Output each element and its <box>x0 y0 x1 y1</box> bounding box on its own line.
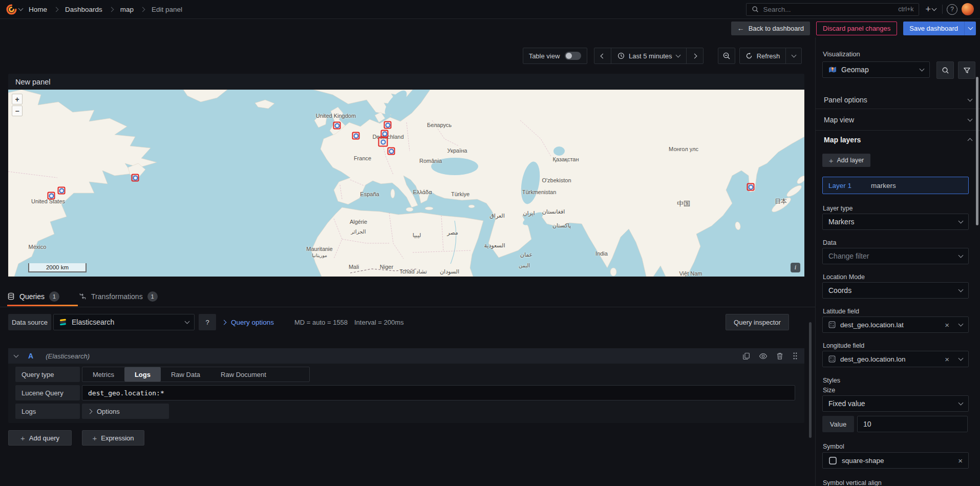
add-layer-button[interactable]: + Add layer <box>822 154 870 167</box>
map-country-label: ليبيا <box>413 232 421 239</box>
time-range-picker[interactable]: Last 5 minutes <box>611 48 686 64</box>
refresh-button[interactable]: Refresh <box>740 48 785 64</box>
symbol-select[interactable]: square-shape × <box>822 452 969 469</box>
add-query-button[interactable]: + Add query <box>8 430 72 446</box>
map-country-label: 日本 <box>775 197 787 206</box>
map-data-marker[interactable] <box>352 132 360 140</box>
back-to-dashboard-button[interactable]: ← Back to dashboard <box>731 22 810 35</box>
discard-panel-changes-button[interactable]: Discard panel changes <box>816 22 897 35</box>
size-value: Fixed value <box>828 399 865 408</box>
chevron-down-icon <box>958 322 964 327</box>
query-options-toggle[interactable]: Query options <box>222 314 274 330</box>
value-input[interactable]: 10 <box>857 416 968 432</box>
tab-queries[interactable]: Queries 1 <box>7 288 59 305</box>
map-zoom-in-button[interactable]: + <box>12 94 23 104</box>
logs-options-toggle[interactable]: Options <box>82 404 169 419</box>
query-type-option-logs[interactable]: Logs <box>124 367 161 382</box>
map-data-marker[interactable] <box>58 187 66 195</box>
visualization-label: Visualization <box>823 50 860 58</box>
map-data-marker[interactable] <box>388 147 395 155</box>
query-type-option-raw-data[interactable]: Raw Data <box>161 367 210 382</box>
tab-transformations[interactable]: Transformations 1 <box>79 288 158 305</box>
map-data-marker[interactable] <box>384 121 392 129</box>
lucene-query-input[interactable]: dest_geo.location:* <box>82 385 795 400</box>
geomap-canvas[interactable]: United StatesMéxicoUnited KingdomБеларус… <box>8 90 804 277</box>
map-data-marker[interactable] <box>333 122 341 130</box>
main-scrollbar-thumb[interactable] <box>809 322 812 438</box>
clock-icon <box>617 52 625 59</box>
visualization-search-button[interactable] <box>936 61 954 79</box>
breadcrumb-dashboards[interactable]: Dashboards <box>63 6 104 13</box>
section-map-layers[interactable]: Map layers <box>816 131 980 149</box>
longitude-field-select[interactable]: dest_geo.location.lon × <box>822 351 969 367</box>
query-inspector-label: Query inspector <box>734 319 781 326</box>
latitude-field-value: dest_geo.location.lat <box>840 321 904 329</box>
map-zoom-out-button[interactable]: − <box>12 105 23 116</box>
clear-icon[interactable]: × <box>945 355 949 363</box>
drag-handle-icon[interactable] <box>792 352 798 360</box>
data-select[interactable]: Change filter <box>822 248 969 264</box>
map-attribution-button[interactable]: i <box>791 263 800 272</box>
query-header-row[interactable]: A (Elasticsearch) <box>8 348 804 364</box>
expression-button[interactable]: + Expression <box>82 430 144 446</box>
breadcrumb-home[interactable]: Home <box>27 6 49 13</box>
query-options-label: Query options <box>231 319 274 326</box>
map-country-label: مصر <box>447 229 458 236</box>
location-mode-select[interactable]: Coords <box>822 282 969 299</box>
time-zoom-out-button[interactable] <box>718 48 735 64</box>
datasource-picker[interactable]: Elasticsearch <box>53 314 195 330</box>
save-dashboard-dropdown-button[interactable] <box>965 22 976 35</box>
delete-query-trash-icon[interactable] <box>776 352 783 360</box>
map-data-marker[interactable] <box>747 183 755 191</box>
search-input[interactable]: Search... ctrl+k <box>746 3 919 16</box>
chevron-left-icon <box>600 53 605 58</box>
chevron-up-icon <box>968 138 973 143</box>
size-select[interactable]: Fixed value <box>822 395 969 412</box>
chevron-down-icon <box>958 287 964 292</box>
chevron-down-icon <box>920 67 925 72</box>
sidebar-scrollbar-thumb[interactable] <box>976 77 978 225</box>
user-avatar[interactable] <box>962 3 974 15</box>
latitude-field-select[interactable]: dest_geo.location.lat × <box>822 316 969 333</box>
layer-type-select[interactable]: Markers <box>822 214 969 230</box>
time-shift-back-button[interactable] <box>594 48 611 64</box>
section-map-view[interactable]: Map view <box>816 109 980 130</box>
section-panel-options[interactable]: Panel options <box>816 91 980 109</box>
query-type-option-raw-document[interactable]: Raw Document <box>210 367 276 382</box>
filter-icon <box>963 67 971 74</box>
refresh-group: Refresh <box>739 48 802 64</box>
layer-item[interactable]: Layer 1 markers <box>822 177 969 194</box>
save-dashboard-button[interactable]: Save dashboard <box>903 22 965 35</box>
query-type-option-metrics[interactable]: Metrics <box>82 367 124 382</box>
map-country-label: العراق <box>489 213 504 219</box>
map-data-marker[interactable] <box>378 137 388 147</box>
collapse-query-chevron-icon[interactable] <box>14 353 19 358</box>
map-scale-line: 2000 km <box>28 263 87 272</box>
duplicate-query-icon[interactable] <box>742 352 750 360</box>
datasource-help-button[interactable]: ? <box>199 314 216 330</box>
grafana-edit-panel-screen: Home Dashboards map Edit panel Search...… <box>0 0 980 486</box>
refresh-icon <box>745 52 753 59</box>
map-data-marker[interactable] <box>48 192 55 200</box>
visualization-filter-button[interactable] <box>958 61 975 79</box>
arrow-left-icon: ← <box>737 24 744 32</box>
table-view-switch[interactable] <box>565 52 581 60</box>
help-button[interactable]: ? <box>947 4 957 15</box>
hide-query-eye-icon[interactable] <box>759 352 768 360</box>
clear-icon[interactable]: × <box>945 321 949 329</box>
breadcrumb-map[interactable]: map <box>118 6 136 13</box>
layer-type-value: Markers <box>828 218 855 226</box>
visualization-picker[interactable]: Geomap <box>822 61 930 78</box>
query-inspector-button[interactable]: Query inspector <box>726 314 789 330</box>
map-data-marker[interactable] <box>132 174 139 182</box>
chevron-down-icon <box>968 25 973 30</box>
query-stat-md: MD = auto = 1558 <box>294 314 348 330</box>
new-menu-button[interactable]: + <box>923 5 938 14</box>
clear-icon[interactable]: × <box>958 457 963 464</box>
refresh-interval-dropdown[interactable] <box>785 48 801 64</box>
time-shift-forward-button[interactable] <box>686 48 703 64</box>
map-data-marker[interactable] <box>381 130 389 138</box>
table-view-toggle[interactable]: Table view <box>523 48 587 64</box>
topnav-divider <box>942 5 943 14</box>
grafana-logo-icon[interactable] <box>6 4 23 15</box>
